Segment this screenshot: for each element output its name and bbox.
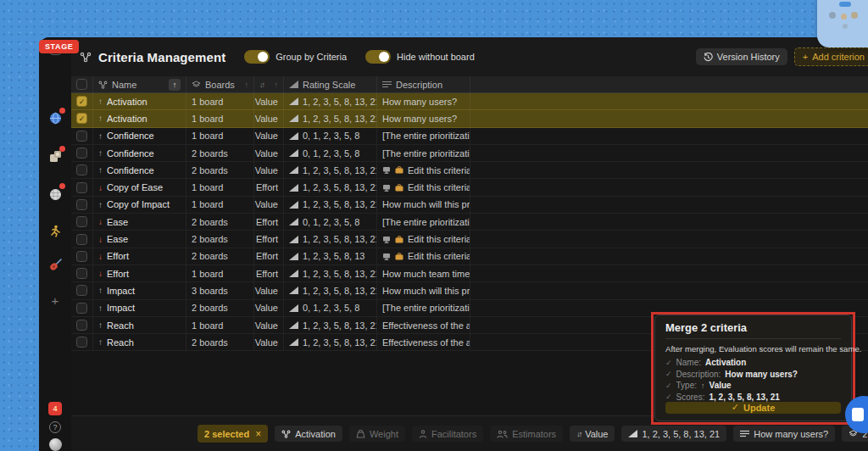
toggle-switch[interactable]: [244, 50, 270, 64]
check-icon: ✓: [665, 370, 672, 378]
cell-boards: 2 boards: [186, 162, 254, 178]
cell-description: Edit this criteria und...: [377, 179, 470, 195]
selected-count-chip[interactable]: 2 selected ×: [198, 425, 268, 443]
cell-rating-scale: 1, 2, 3, 5, 8, 13, 21: [284, 265, 377, 281]
criteria-icon: [281, 430, 291, 438]
user-avatar[interactable]: [48, 437, 62, 451]
type-button[interactable]: ↓↑ Value: [570, 426, 615, 442]
sort-active-icon[interactable]: ↑: [169, 79, 181, 91]
weight-button[interactable]: Weight: [349, 426, 405, 442]
cell-rating-scale: 1, 2, 3, 5, 8, 13, 21: [284, 162, 377, 178]
table-row[interactable]: ↓Effort2 boardsEffort1, 2, 3, 5, 8, 13Ed…: [71, 248, 868, 265]
header-description[interactable]: Description: [377, 76, 470, 92]
facilitators-button[interactable]: Facilitators: [412, 426, 483, 442]
item-label: Name:: [676, 358, 701, 367]
add-workspace-icon[interactable]: +: [48, 293, 62, 307]
cell-name: ↑Copy of Impact: [93, 197, 186, 213]
notification-dot: [59, 183, 65, 189]
update-button[interactable]: ✓ Update: [665, 402, 841, 415]
alert-badge-icon[interactable]: 4: [48, 402, 62, 415]
runner-workspace-icon[interactable]: [48, 224, 62, 237]
row-checkbox[interactable]: [76, 234, 87, 245]
table-row[interactable]: ↑Impact3 boardsValue1, 2, 3, 5, 8, 13, 2…: [71, 282, 868, 299]
cell-rating-scale: 1, 2, 3, 5, 8, 13, 21: [284, 334, 377, 350]
table-row[interactable]: ↓Ease2 boardsEffort0, 1, 2, 3, 5, 8[The …: [71, 214, 868, 231]
header-spacer: [470, 76, 868, 92]
select-all-checkbox[interactable]: [76, 79, 87, 90]
row-checkbox[interactable]: [76, 251, 87, 262]
row-checkbox[interactable]: [76, 303, 87, 314]
header-boards[interactable]: Boards ↑: [186, 76, 254, 92]
row-checkbox[interactable]: [76, 148, 87, 159]
rating-scale-button[interactable]: 1, 2, 3, 5, 8, 13, 21: [621, 426, 726, 442]
clear-selection-icon[interactable]: ×: [255, 428, 261, 440]
group-by-criteria-toggle[interactable]: Group by Criteria: [244, 50, 347, 64]
row-checkbox[interactable]: ✓: [76, 113, 87, 124]
cell-spacer: [470, 128, 868, 144]
cell-name: ↓Effort: [93, 265, 186, 281]
cell-type: Value: [254, 197, 284, 213]
stage-environment-badge: STAGE: [39, 40, 79, 53]
type-sort-icon: ↓↑: [259, 81, 264, 89]
criterion-name: Effort: [107, 251, 129, 261]
table-row[interactable]: ✓↑Activation1 boardValue1, 2, 3, 5, 8, 1…: [71, 110, 868, 127]
cell-type: Effort: [254, 248, 284, 264]
disco-ball-workspace-icon[interactable]: [48, 187, 62, 201]
table-row[interactable]: ↑Confidence1 boardValue0, 1, 2, 3, 5, 8[…: [71, 128, 868, 145]
row-checkbox[interactable]: ✓: [76, 96, 87, 107]
cell-name: ↑Reach: [93, 334, 186, 350]
table-row[interactable]: ↓Effort1 boardEffort1, 2, 3, 5, 8, 13, 2…: [71, 265, 868, 282]
row-checkbox[interactable]: [76, 285, 87, 296]
criterion-name: Impact: [107, 303, 135, 313]
guitar-workspace-icon[interactable]: [48, 258, 62, 271]
row-checkbox[interactable]: [76, 337, 87, 348]
row-checkbox[interactable]: [76, 131, 87, 142]
row-checkbox[interactable]: [76, 320, 87, 331]
add-criterion-button[interactable]: + Add criterion: [794, 47, 868, 66]
notification-dot: [59, 108, 65, 114]
cell-description: [The entire prioritization ...: [377, 300, 470, 316]
row-checkbox-cell: ✓: [71, 93, 93, 109]
table-header-row: Name ↑ Boards ↑ ↓↑ ↑ Rating Scale: [71, 76, 868, 93]
row-checkbox[interactable]: [76, 268, 87, 279]
row-checkbox[interactable]: [76, 182, 87, 193]
description-button[interactable]: How many users?: [733, 426, 835, 442]
item-label: Type:: [676, 381, 697, 390]
dialog-subtitle: After merging, Evaluation scores will re…: [665, 344, 841, 354]
sort-icon[interactable]: ↑: [245, 81, 249, 89]
header-checkbox-cell[interactable]: [71, 76, 93, 92]
table-row[interactable]: ↓Ease2 boardsEffort1, 2, 3, 5, 8, 13, 21…: [71, 231, 868, 248]
header-type[interactable]: ↓↑ ↑: [254, 76, 284, 92]
desktop-widget-thumbnail[interactable]: [817, 0, 868, 47]
cell-rating-scale: 1, 2, 3, 5, 8, 13, 21: [284, 317, 377, 333]
header-name[interactable]: Name ↑: [93, 76, 186, 92]
layers-icon: [192, 81, 201, 89]
monitor-icon: [382, 184, 391, 192]
toggle-switch[interactable]: [365, 50, 391, 64]
criteria-icon: [80, 52, 92, 63]
table-row[interactable]: ✓↑Activation1 boardValue1, 2, 3, 5, 8, 1…: [71, 93, 868, 110]
hide-without-board-toggle[interactable]: Hide without board: [365, 50, 475, 64]
item-value: How many users?: [725, 370, 798, 379]
table-row[interactable]: ↑Copy of Impact1 boardValue1, 2, 3, 5, 8…: [71, 197, 868, 214]
text-lines-icon: [740, 430, 749, 437]
ramp-chart-icon: [289, 166, 298, 174]
cell-spacer: [470, 162, 868, 178]
table-row[interactable]: ↑Confidence2 boardsValue0, 1, 2, 3, 5, 8…: [71, 145, 868, 162]
header-rating-scale[interactable]: Rating Scale: [284, 76, 377, 92]
cell-type: Value: [254, 317, 284, 333]
row-checkbox-cell: [71, 162, 93, 178]
value-up-arrow-icon: ↑: [98, 148, 103, 158]
criterion-name-button[interactable]: Activation: [275, 426, 342, 442]
value-up-arrow-icon: ↑: [701, 381, 705, 390]
value-up-arrow-icon: ↑: [98, 97, 103, 106]
row-checkbox[interactable]: [76, 216, 87, 227]
row-checkbox[interactable]: [76, 199, 87, 210]
estimators-button[interactable]: Estimators: [490, 426, 563, 442]
sort-icon[interactable]: ↑: [275, 81, 279, 89]
version-history-button[interactable]: Version History: [696, 48, 787, 65]
row-checkbox[interactable]: [76, 164, 87, 175]
table-row[interactable]: ↑Confidence2 boardsValue1, 2, 3, 5, 8, 1…: [71, 162, 868, 179]
table-row[interactable]: ↓Copy of Ease1 boardEffort1, 2, 3, 5, 8,…: [71, 179, 868, 196]
help-icon[interactable]: ?: [48, 420, 62, 434]
